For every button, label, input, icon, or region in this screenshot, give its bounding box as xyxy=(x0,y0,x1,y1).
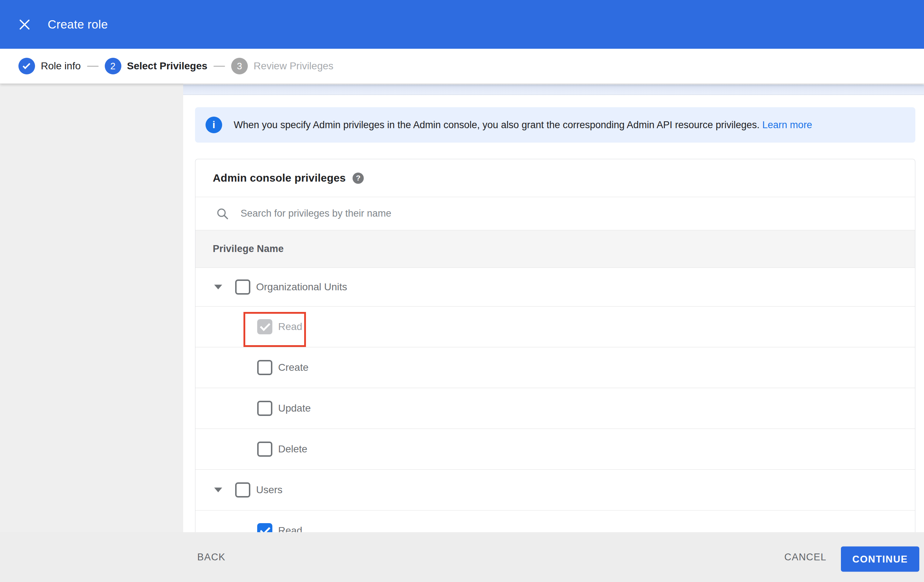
step-select-privileges[interactable]: 2 Select Privileges xyxy=(105,58,208,74)
step-connector xyxy=(213,66,225,67)
table-header: Privilege Name xyxy=(195,230,915,268)
privilege-row-read-1: Read xyxy=(195,307,915,347)
step-label: Role info xyxy=(41,60,81,72)
privilege-row-organizational-units-0: Organizational Units xyxy=(195,268,915,307)
search-input[interactable] xyxy=(240,208,818,219)
dialog-title: Create role xyxy=(48,18,108,31)
checkbox-users-5[interactable] xyxy=(235,482,250,498)
privilege-search-row xyxy=(195,197,915,230)
privilege-label: Delete xyxy=(278,444,307,455)
card-title-row: Admin console privileges ? xyxy=(195,159,915,197)
step-number-badge: 2 xyxy=(105,58,121,74)
help-icon[interactable]: ? xyxy=(353,173,364,184)
content-pane: i When you specify Admin privileges in t… xyxy=(183,84,924,532)
privilege-label: Organizational Units xyxy=(256,281,347,293)
close-button[interactable] xyxy=(17,17,32,32)
learn-more-link[interactable]: Learn more xyxy=(762,119,812,130)
privileges-card: Admin console privileges ? Privilege Nam… xyxy=(195,159,915,532)
cancel-button[interactable]: CANCEL xyxy=(777,547,834,568)
privilege-row-users-5: Users xyxy=(195,470,915,511)
privilege-row-delete-4: Delete xyxy=(195,429,915,470)
privilege-row-create-2: Create xyxy=(195,347,915,388)
step-label: Select Privileges xyxy=(127,60,208,72)
step-role-info[interactable]: Role info xyxy=(18,58,81,74)
back-button[interactable]: BACK xyxy=(190,547,233,568)
highlight-box xyxy=(243,312,306,347)
step-number-badge: 3 xyxy=(231,58,248,74)
privilege-label: Users xyxy=(256,484,282,496)
step-label: Review Privileges xyxy=(254,60,333,72)
left-rail xyxy=(0,84,183,532)
checkmark-icon xyxy=(23,61,30,69)
stepper: Role info 2 Select Privileges 3 Review P… xyxy=(0,49,924,84)
checkbox-read-6[interactable] xyxy=(257,523,272,532)
banner-message: When you specify Admin privileges in the… xyxy=(234,119,760,130)
step-connector xyxy=(87,66,99,67)
checkbox-delete-4[interactable] xyxy=(257,442,272,457)
step-complete-icon xyxy=(18,58,35,74)
info-banner: i When you specify Admin privileges in t… xyxy=(195,107,915,143)
checkbox-organizational-units-0[interactable] xyxy=(235,279,250,295)
expand-arrow-icon[interactable] xyxy=(214,488,222,493)
scrolled-card-edge xyxy=(183,84,924,95)
banner-text: When you specify Admin privileges in the… xyxy=(234,119,812,131)
privilege-row-read-6: Read xyxy=(195,511,915,532)
footer-bar: BACK CANCEL CONTINUE xyxy=(0,532,924,582)
expand-arrow-icon[interactable] xyxy=(214,285,222,290)
continue-button[interactable]: CONTINUE xyxy=(841,547,919,572)
checkbox-update-3[interactable] xyxy=(257,401,272,416)
privilege-rows: Organizational UnitsReadCreateUpdateDele… xyxy=(195,268,915,532)
privilege-label: Read xyxy=(278,525,302,532)
search-icon xyxy=(216,207,229,221)
close-icon xyxy=(18,18,31,31)
card-title: Admin console privileges xyxy=(213,172,346,184)
app-header: Create role xyxy=(0,0,924,49)
checkbox-create-2[interactable] xyxy=(257,360,272,375)
info-icon: i xyxy=(206,117,222,133)
privilege-label: Create xyxy=(278,362,309,373)
privilege-label: Update xyxy=(278,402,311,414)
column-header-privilege-name: Privilege Name xyxy=(213,243,284,254)
privilege-row-update-3: Update xyxy=(195,388,915,429)
step-review-privileges[interactable]: 3 Review Privileges xyxy=(231,58,333,74)
